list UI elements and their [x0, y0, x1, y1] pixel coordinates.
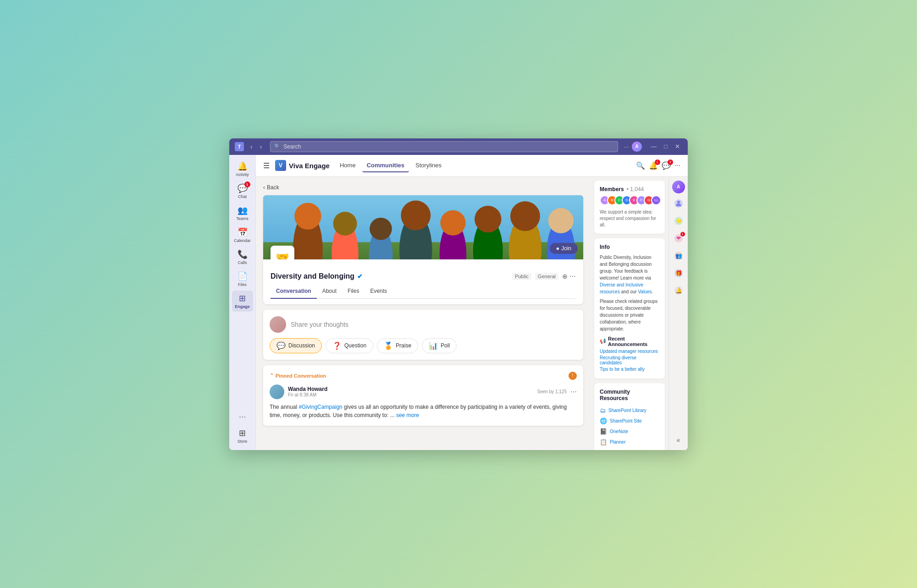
resource-sharepoint-library[interactable]: 🗂 SharePoint Library [600, 405, 659, 416]
user-avatar-title[interactable]: A [632, 142, 642, 152]
app-logo: V Viva Engage [275, 160, 330, 171]
svg-text:❤: ❤ [676, 235, 681, 242]
title-search-bar[interactable]: 🔍 Search [270, 141, 618, 152]
share-actions-row: 💬 Discussion ❓ Question 🏅 Praise [270, 338, 577, 353]
join-button[interactable]: ● Join [550, 243, 578, 254]
members-count: • 1,044 [627, 186, 644, 192]
announcement-2[interactable]: Recruiting diverse candidates [600, 355, 659, 365]
community-meta-actions: ⊕ ⋯ [562, 273, 576, 280]
viva-logo-icon: V [275, 160, 286, 171]
forward-nav-button[interactable]: › [257, 142, 265, 151]
fr-presence-icon[interactable] [671, 196, 686, 211]
calendar-icon: 📅 [238, 227, 248, 237]
top-nav: Home Communities Storylines [335, 159, 446, 172]
post-seen-count: Seen by 1,125 [537, 389, 567, 394]
community-share-icon[interactable]: ⊕ [562, 273, 568, 280]
members-title-row: Members • 1,044 [600, 186, 659, 192]
fr-gift-icon[interactable]: 🎁 [671, 266, 686, 280]
fr-heart-icon[interactable]: ❤ 1 [671, 231, 686, 246]
resources-card: Community Resources 🗂 SharePoint Library… [594, 383, 665, 450]
sharepoint-library-icon: 🗂 [600, 407, 606, 414]
praise-icon: 🏅 [384, 341, 393, 350]
chat-badge-topbar: 3 [668, 159, 673, 165]
community-title: Diversity and Belonging ✔ [271, 272, 363, 280]
maximize-button[interactable]: □ [662, 142, 670, 151]
right-panel: Members • 1,044 A B C D E F G LL [591, 177, 668, 450]
onenote-icon: 📓 [600, 428, 607, 435]
diverse-resources-link[interactable]: Diverse and Inclusive resources [600, 282, 643, 294]
comm-tab-events[interactable]: Events [365, 284, 392, 299]
search-icon-topbar[interactable]: 🔍 [636, 161, 645, 170]
sidebar-item-teams[interactable]: 👥 Teams [232, 203, 253, 224]
fr-star-icon[interactable]: ⭐ [671, 214, 686, 228]
collapse-panel-button[interactable]: « [674, 434, 683, 446]
community-meta: Public General ⊕ ⋯ [512, 273, 576, 280]
pinned-indicator: ! [569, 372, 577, 380]
chat-icon-topbar: 💬3 [662, 161, 671, 170]
poll-button[interactable]: 📊 Poll [422, 338, 457, 353]
praise-button[interactable]: 🏅 Praise [377, 338, 418, 353]
top-bar: ☰ V Viva Engage Home Communities Storyli… [256, 155, 688, 177]
announcements-title: 📢 Recent Announcements [600, 336, 659, 347]
sidebar-item-files[interactable]: 📄 Files [232, 269, 253, 290]
back-chevron-icon: ‹ [263, 184, 265, 191]
back-nav-button[interactable]: ‹ [248, 142, 255, 151]
close-button[interactable]: ✕ [673, 142, 682, 151]
poll-label: Poll [441, 342, 450, 349]
sidebar-item-store[interactable]: ⊞ Store [236, 425, 249, 446]
discussion-button[interactable]: 💬 Discussion [270, 338, 322, 353]
files-icon: 📄 [238, 271, 248, 281]
teams-icon: T [235, 142, 244, 151]
title-bar-ellipsis[interactable]: ··· [624, 143, 629, 150]
post-author-row: Wanda Howard Fri at 8:38 AM Seen by 1,12… [270, 385, 577, 399]
resource-planner[interactable]: 📋 Planner [600, 437, 659, 447]
sidebar-more-button[interactable]: ··· [236, 409, 249, 424]
svg-point-3 [294, 203, 321, 229]
question-icon: ❓ [332, 341, 342, 350]
store-icon: ⊞ [239, 428, 246, 438]
member-avatars-row: A B C D E F G LL [600, 195, 659, 205]
resource-sharepoint-site[interactable]: 🌐 SharePoint Site [600, 416, 659, 426]
pin-arrow-icon: ⌃ [270, 373, 274, 379]
title-bar-actions: ··· A — □ ✕ [624, 142, 682, 152]
hamburger-icon[interactable]: ☰ [263, 161, 270, 170]
info-card-title: Info [600, 244, 659, 250]
fr-group-icon[interactable]: 👥 [671, 248, 686, 263]
sidebar-label-chat: Chat [238, 194, 247, 199]
sidebar-item-activity[interactable]: 🔔 Activity [232, 159, 253, 180]
tab-communities[interactable]: Communities [362, 159, 409, 172]
comm-tab-conversation[interactable]: Conversation [271, 284, 317, 299]
svg-point-7 [370, 217, 392, 240]
title-search-text: Search [283, 143, 301, 150]
more-icon-topbar[interactable]: ··· [674, 161, 680, 170]
fr-bell-icon[interactable]: 🔔 [671, 283, 686, 298]
announcement-3[interactable]: Tips to be a better ally [600, 367, 659, 372]
sidebar-item-calls[interactable]: 📞 Calls [232, 247, 253, 268]
svg-point-11 [440, 210, 465, 235]
post-more-icon[interactable]: ⋯ [570, 388, 577, 396]
sidebar-item-chat[interactable]: 💬 1 Chat [232, 181, 253, 202]
minimize-button[interactable]: — [648, 142, 659, 151]
title-bar: T ‹ › 🔍 Search ··· A — □ ✕ [229, 138, 688, 155]
resource-onenote[interactable]: 📓 OneNote [600, 426, 659, 437]
share-thoughts-input[interactable]: Share your thoughts [291, 321, 348, 328]
tab-storylines[interactable]: Storylines [411, 159, 446, 172]
tab-home[interactable]: Home [335, 159, 360, 172]
info-card: Info Public Diversity, Inclusion and Bel… [594, 238, 665, 379]
sidebar-item-engage[interactable]: ⊞ Engage [232, 291, 253, 312]
post-author-name: Wanda Howard [288, 386, 534, 392]
comm-tab-files[interactable]: Files [342, 284, 365, 299]
sidebar-item-calendar[interactable]: 📅 Calendar [232, 225, 253, 246]
sidebar-label-calls: Calls [238, 260, 247, 265]
announcement-1[interactable]: Updated manager resources [600, 349, 659, 354]
members-label: Members [600, 186, 624, 192]
question-button[interactable]: ❓ Question [326, 338, 373, 353]
giving-campaign-link[interactable]: #GivingCampaign [298, 404, 342, 410]
comm-tab-about[interactable]: About [317, 284, 342, 299]
discussion-icon: 💬 [276, 341, 286, 350]
see-more-link[interactable]: see more [396, 412, 419, 418]
back-button[interactable]: ‹ Back [263, 184, 583, 191]
values-link[interactable]: Values [638, 289, 652, 294]
community-more-icon[interactable]: ⋯ [569, 273, 576, 280]
announcements-emoji: 📢 [600, 338, 606, 344]
